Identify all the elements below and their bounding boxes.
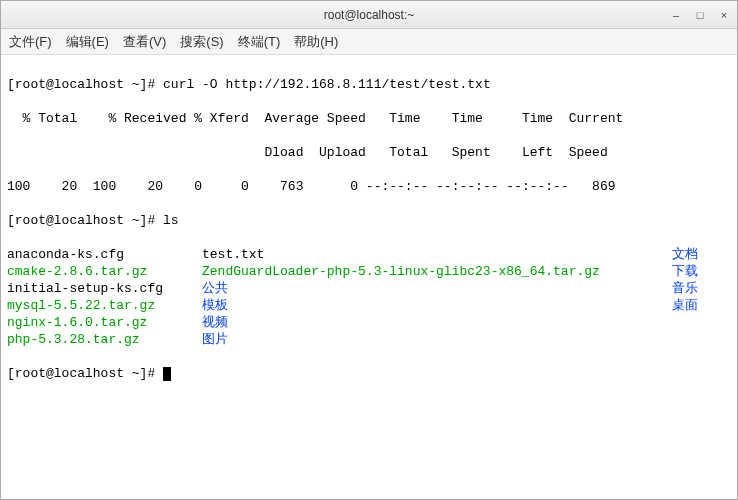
terminal-area[interactable]: [root@localhost ~]# curl -O http://192.1…	[1, 55, 737, 499]
prompt: [root@localhost ~]#	[7, 213, 163, 228]
ls-cell	[672, 331, 731, 348]
menu-view[interactable]: 查看(V)	[123, 33, 166, 51]
ls-row: cmake-2.8.6.tar.gzZendGuardLoader-php-5.…	[7, 263, 731, 280]
ls-row: php-5.3.28.tar.gz图片	[7, 331, 731, 348]
ls-row: initial-setup-ks.cfg公共音乐	[7, 280, 731, 297]
ls-row: mysql-5.5.22.tar.gz模板桌面	[7, 297, 731, 314]
ls-cell: 视频	[202, 314, 672, 331]
menu-help[interactable]: 帮助(H)	[294, 33, 338, 51]
prompt: [root@localhost ~]#	[7, 366, 163, 381]
curl-header2: Dload Upload Total Spent Left Speed	[7, 144, 731, 161]
ls-cell: 桌面	[672, 297, 731, 314]
ls-cell	[672, 314, 731, 331]
window-controls: – □ ×	[669, 8, 731, 22]
minimize-button[interactable]: –	[669, 8, 683, 22]
window-title: root@localhost:~	[324, 8, 415, 22]
menu-search[interactable]: 搜索(S)	[180, 33, 223, 51]
ls-cell: mysql-5.5.22.tar.gz	[7, 297, 202, 314]
curl-progress: 100 20 100 20 0 0 763 0 --:--:-- --:--:-…	[7, 178, 731, 195]
ls-cell: nginx-1.6.0.tar.gz	[7, 314, 202, 331]
ls-cell: ZendGuardLoader-php-5.3-linux-glibc23-x8…	[202, 263, 672, 280]
ls-cell: 音乐	[672, 280, 731, 297]
cursor	[163, 367, 171, 381]
ls-output: anaconda-ks.cfgtest.txt文档cmake-2.8.6.tar…	[7, 246, 731, 348]
ls-cell: anaconda-ks.cfg	[7, 246, 202, 263]
menu-terminal[interactable]: 终端(T)	[238, 33, 281, 51]
maximize-button[interactable]: □	[693, 8, 707, 22]
ls-cell: 公共	[202, 280, 672, 297]
ls-cell: 下载	[672, 263, 731, 280]
titlebar: root@localhost:~ – □ ×	[1, 1, 737, 29]
menubar: 文件(F) 编辑(E) 查看(V) 搜索(S) 终端(T) 帮助(H)	[1, 29, 737, 55]
ls-cell: test.txt	[202, 246, 672, 263]
ls-cell: cmake-2.8.6.tar.gz	[7, 263, 202, 280]
ls-cell: initial-setup-ks.cfg	[7, 280, 202, 297]
ls-cell: 图片	[202, 331, 672, 348]
menu-file[interactable]: 文件(F)	[9, 33, 52, 51]
curl-header: % Total % Received % Xferd Average Speed…	[7, 110, 731, 127]
ls-cell: 文档	[672, 246, 731, 263]
cmd-ls: ls	[163, 213, 179, 228]
ls-row: anaconda-ks.cfgtest.txt文档	[7, 246, 731, 263]
close-button[interactable]: ×	[717, 8, 731, 22]
ls-cell: php-5.3.28.tar.gz	[7, 331, 202, 348]
cmd-curl: curl -O http://192.168.8.111/test/test.t…	[163, 77, 491, 92]
ls-row: nginx-1.6.0.tar.gz视频	[7, 314, 731, 331]
prompt: [root@localhost ~]#	[7, 77, 163, 92]
terminal-window: root@localhost:~ – □ × 文件(F) 编辑(E) 查看(V)…	[0, 0, 738, 500]
ls-cell: 模板	[202, 297, 672, 314]
menu-edit[interactable]: 编辑(E)	[66, 33, 109, 51]
